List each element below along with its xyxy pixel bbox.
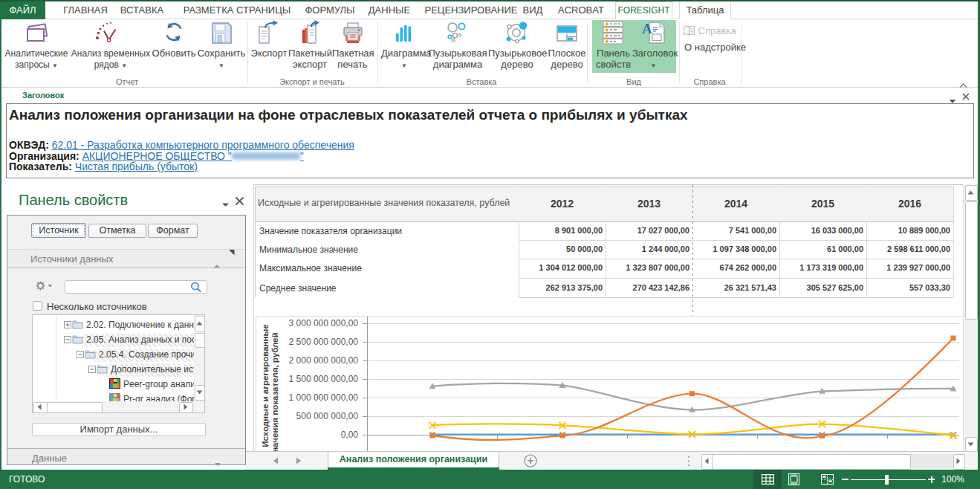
svg-text:500 000 000,00: 500 000 000,00 (296, 411, 359, 421)
svg-text:значения показателя, рублей: значения показателя, рублей (270, 332, 279, 451)
svg-text:Исходные и агрегированные: Исходные и агрегированные (261, 324, 270, 447)
svg-text:2 000 000 000,00: 2 000 000 000,00 (289, 355, 359, 366)
svg-text:1 000 000 000,00: 1 000 000 000,00 (289, 392, 359, 403)
svg-text:2 500 000 000,00: 2 500 000 000,00 (289, 337, 359, 347)
svg-text:0,00: 0,00 (341, 430, 359, 440)
svg-text:1 500 000 000,00: 1 500 000 000,00 (289, 374, 359, 384)
svg-text:3 000 000 000,00: 3 000 000 000,00 (289, 318, 359, 328)
svg-text:A: A (642, 21, 652, 36)
